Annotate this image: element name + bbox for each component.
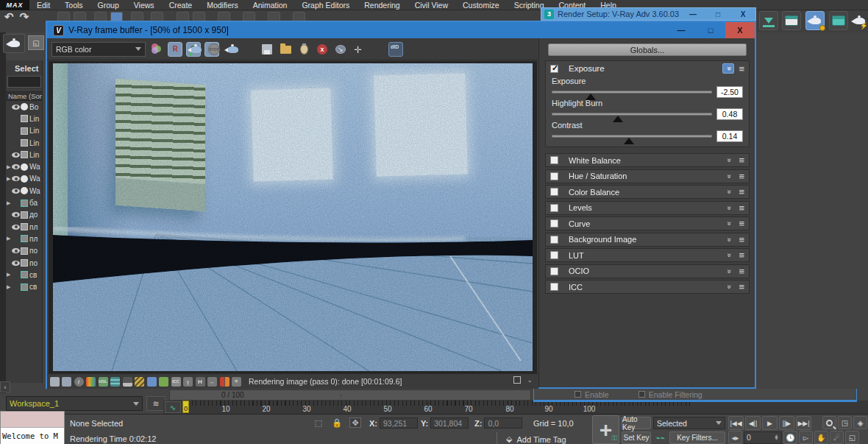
workspace-dropdown[interactable]: Workspace_1 — [6, 396, 143, 411]
transport-button[interactable]: |◀◀ — [728, 416, 744, 430]
collapse-icon[interactable]: » — [725, 205, 733, 210]
track-bar[interactable]: ∿ 0 102030405060708090100 — [163, 401, 868, 414]
next-arrow-icon[interactable]: › — [340, 392, 342, 399]
collapse-icon[interactable]: » — [725, 174, 733, 178]
vfb-toolbar-icon[interactable] — [241, 42, 256, 57]
vfb-status-icon[interactable] — [62, 377, 71, 387]
section-menu-icon[interactable]: ≡ — [739, 234, 744, 245]
zoom-extents-icon[interactable]: ◈ — [853, 416, 867, 429]
scene-explorer-row[interactable]: ▶ Wa — [6, 161, 42, 172]
render-presets-icon[interactable] — [759, 11, 778, 30]
render-setup-titlebar[interactable]: 3 Render Setup: V-Ray Adv 3.60.03 — □ X — [541, 7, 756, 21]
section-checkbox[interactable] — [550, 204, 558, 212]
scene-explorer-row[interactable]: ▶ Lin — [6, 113, 42, 124]
menu-item[interactable]: Rendering — [357, 0, 407, 10]
scene-explorer-search-input[interactable] — [7, 76, 41, 88]
set-keys-button[interactable]: + ⚿ — [592, 415, 619, 444]
x-coordinate-field[interactable]: 93,251 — [380, 417, 418, 429]
slider-value[interactable]: 0.48 — [716, 108, 743, 120]
listener-macro-row[interactable] — [1, 412, 64, 428]
chevron-down-icon[interactable]: ⌄ — [527, 376, 533, 384]
menu-item[interactable]: Customize — [455, 0, 507, 10]
eye-icon[interactable] — [12, 164, 20, 169]
menu-item[interactable]: Edit — [29, 0, 57, 10]
vfb-status-icon[interactable] — [135, 377, 144, 387]
vfb-status-icon[interactable]: ↔ — [207, 377, 217, 387]
time-configuration-icon[interactable]: 🕓 — [783, 431, 797, 444]
orbit-icon[interactable]: ☄ — [830, 431, 844, 444]
selection-set-dropdown[interactable]: Selected — [653, 417, 725, 429]
transport-button[interactable]: ▶▶| — [796, 416, 811, 430]
set-key-button[interactable]: Set Key — [622, 431, 651, 444]
collapse-icon[interactable]: » — [725, 253, 733, 258]
pan-hand-icon[interactable]: ✋ — [814, 431, 828, 444]
menu-item[interactable]: Graph Editors — [294, 0, 357, 10]
section-menu-icon[interactable]: ≡ — [739, 63, 744, 74]
scene-explorer-column-header[interactable]: Name (Sorte — [6, 90, 42, 101]
vfb-status-icon[interactable]: HSL — [99, 377, 108, 387]
exposure-checkbox[interactable] — [550, 65, 558, 73]
section-menu-icon[interactable]: ≡ — [739, 202, 744, 214]
slider-value[interactable]: -2.50 — [716, 86, 743, 98]
slider-value[interactable]: 0.14 — [716, 130, 743, 142]
collapse-icon[interactable]: » — [725, 190, 733, 194]
expand-arrow-icon[interactable]: ▶ — [7, 284, 12, 290]
channel-select-dropdown[interactable]: RGB color — [51, 42, 146, 57]
select-region-icon[interactable]: ▻ — [799, 431, 813, 444]
section-checkbox[interactable] — [550, 172, 558, 180]
max-logo[interactable]: MAX — [0, 0, 29, 10]
time-slider[interactable]: 0 / 100 › — [169, 390, 531, 401]
vfb-status-icon[interactable] — [220, 377, 230, 387]
maximize-icon[interactable]: □ — [696, 22, 725, 38]
correction-section-row[interactable]: Curve » ≡ — [545, 216, 750, 230]
key-filters-button[interactable]: Key Filters... — [669, 431, 725, 444]
section-checkbox[interactable] — [550, 236, 558, 244]
vfb-status-icon[interactable] — [86, 377, 96, 387]
section-menu-icon[interactable]: ≡ — [739, 186, 744, 197]
menu-item[interactable]: Create — [162, 0, 200, 10]
vfb-status-icon[interactable] — [147, 377, 157, 387]
vfb-toolbar-icon[interactable] — [278, 42, 293, 57]
globals-button[interactable]: Globals... — [548, 43, 747, 56]
vfb-toolbar-icon[interactable] — [296, 42, 311, 57]
zoom-all-icon[interactable]: ◳ — [838, 416, 852, 429]
eye-icon[interactable] — [12, 176, 20, 181]
expand-arrow-icon[interactable]: ▶ — [7, 236, 12, 242]
section-checkbox[interactable] — [550, 283, 558, 291]
menu-item[interactable]: Group — [90, 0, 127, 10]
menu-item[interactable]: Views — [127, 0, 162, 10]
vfb-status-icon[interactable]: H — [196, 377, 205, 387]
collapse-icon[interactable]: » — [725, 285, 733, 289]
vfb-status-icon[interactable]: γ — [183, 377, 193, 387]
render-thumbnail-icon[interactable]: ◱ — [28, 35, 44, 50]
section-menu-icon[interactable]: ≡ — [739, 266, 744, 277]
vfb-dock-icon[interactable] — [513, 376, 521, 384]
render-last-icon[interactable]: ➤ — [188, 42, 203, 57]
menu-item[interactable]: Animation — [246, 0, 295, 10]
transport-button[interactable]: ||▶ — [779, 416, 794, 430]
vfb-toolbar-icon[interactable] — [370, 42, 385, 57]
slider-track[interactable] — [552, 135, 712, 138]
correction-section-row[interactable]: Color Balance » ≡ — [545, 185, 750, 199]
minimize-icon[interactable]: — — [666, 22, 696, 38]
minimize-icon[interactable]: — — [680, 8, 705, 20]
collapse-icon[interactable]: » — [722, 63, 734, 74]
eye-icon[interactable] — [12, 152, 20, 158]
correction-section-row[interactable]: White Balance » ≡ — [545, 153, 750, 167]
eye-icon[interactable] — [12, 212, 20, 217]
eye-icon[interactable] — [12, 261, 20, 266]
enable-checkbox[interactable] — [574, 391, 581, 398]
scene-explorer-row[interactable]: ▶ пл — [6, 221, 42, 233]
scene-explorer-row[interactable]: ▶ св — [6, 281, 42, 292]
lock-icon[interactable]: 🔒 — [331, 417, 343, 428]
quick-render-icon[interactable]: ⚡ — [850, 11, 868, 30]
scene-explorer-row[interactable]: ▶ до — [6, 209, 42, 221]
enable-filtering-checkbox[interactable] — [638, 391, 645, 398]
render-setup-dialog-icon[interactable] — [782, 11, 801, 30]
absolute-mode-icon[interactable]: ✥ — [349, 417, 361, 428]
scene-explorer-row[interactable]: ▶ св — [6, 269, 42, 281]
render-icon[interactable] — [225, 42, 240, 57]
collapse-icon[interactable]: » — [725, 222, 733, 226]
transport-button[interactable]: ◀|| — [745, 416, 761, 430]
listener-text[interactable]: Welcome to M — [1, 428, 64, 444]
